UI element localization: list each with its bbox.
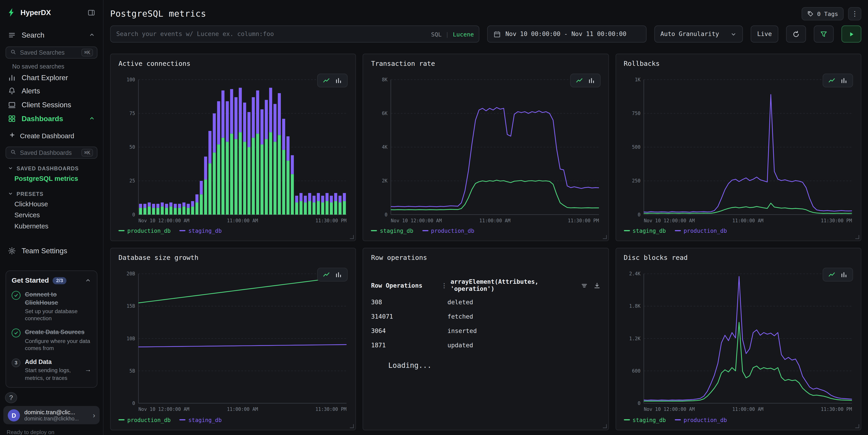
legend-label: production_db: [431, 228, 474, 234]
cell-operation: fetched: [447, 313, 473, 320]
database-size-growth-chart: 05B10B15B20BNov 10 12:00:00 AM11:00:00 A…: [119, 268, 349, 413]
bar-chart-icon[interactable]: [840, 271, 848, 278]
bar-chart-icon[interactable]: [588, 77, 595, 84]
panel-resize-handle[interactable]: [603, 424, 607, 428]
user-menu[interactable]: D dominic.tran@clic... dominic.tran@clic…: [3, 406, 100, 424]
filter-button[interactable]: [814, 26, 834, 42]
sidebar-item-client-sessions[interactable]: Client Sessions: [0, 98, 103, 111]
help-button[interactable]: ?: [5, 392, 17, 403]
svg-text:6K: 6K: [382, 111, 388, 116]
progress-badge: 2/3: [53, 277, 67, 285]
date-range-picker[interactable]: Nov 10 00:00:00 - Nov 11 00:00:00: [487, 26, 646, 42]
sidebar-item-postgresql-metrics[interactable]: PostgreSQL metrics: [0, 173, 103, 184]
check-circle-icon: [11, 329, 21, 338]
plus-icon: [9, 132, 16, 140]
panel-resize-handle[interactable]: [350, 424, 354, 428]
play-icon: [847, 30, 855, 38]
saved-dashboards-section[interactable]: SAVED DASHBOARDS: [0, 159, 103, 173]
svg-text:750: 750: [632, 111, 640, 116]
step-title: Connect to ClickHouse: [25, 291, 91, 306]
dashboard-menu-button[interactable]: ⋮: [848, 7, 861, 21]
filter-lines-icon[interactable]: [581, 282, 588, 289]
panel-title: Active connections: [119, 60, 348, 67]
column-menu-icon[interactable]: ⋮: [441, 282, 447, 289]
sidebar-item-search[interactable]: Search: [0, 28, 103, 42]
line-chart-icon[interactable]: [323, 271, 330, 278]
panel-resize-handle[interactable]: [603, 235, 607, 239]
chevron-down-icon: [8, 191, 13, 197]
line-chart-icon[interactable]: [576, 77, 583, 84]
hyperdx-logo-icon: [7, 8, 16, 17]
get-started-card: Get Started 2/3 Connect to ClickHouse Se…: [5, 271, 97, 388]
get-started-step-connect[interactable]: Connect to ClickHouse Set up your databa…: [11, 291, 91, 322]
legend-item[interactable]: staging_db: [180, 417, 222, 423]
search-icon: [10, 148, 17, 156]
chevron-down-icon: [8, 165, 13, 172]
refresh-button[interactable]: [786, 26, 806, 42]
legend-item[interactable]: production_db: [675, 228, 727, 234]
filter-icon: [820, 30, 828, 38]
legend-item[interactable]: staging_db: [371, 228, 413, 234]
legend-item[interactable]: production_db: [675, 417, 727, 423]
sidebar-collapse-icon[interactable]: [88, 9, 95, 16]
panel-resize-handle[interactable]: [350, 235, 354, 239]
legend-swatch: [675, 419, 681, 421]
get-started-step-sources[interactable]: Create Data Sources Configure where your…: [11, 328, 91, 352]
sidebar: HyperDX Search Saved Searches ⌘K No save…: [0, 0, 103, 435]
column-header-count[interactable]: Row Operations: [371, 282, 441, 289]
create-dashboard-button[interactable]: Create Dashboard: [0, 130, 103, 142]
svg-text:1.8K: 1.8K: [629, 303, 640, 309]
saved-dashboards-input[interactable]: Saved Dashboards ⌘K: [5, 146, 97, 159]
legend-item[interactable]: production_db: [119, 228, 171, 234]
legend-label: production_db: [127, 228, 171, 234]
saved-searches-input[interactable]: Saved Searches ⌘K: [5, 46, 97, 59]
sidebar-item-clickhouse[interactable]: ClickHouse: [0, 198, 103, 209]
bar-chart-icon[interactable]: [335, 271, 342, 278]
bar-chart-icon[interactable]: [840, 77, 848, 84]
legend-item[interactable]: production_db: [422, 228, 474, 234]
chart-type-toggle: [317, 268, 348, 281]
presets-section[interactable]: PRESETS: [0, 184, 103, 198]
events-search-input[interactable]: [110, 26, 479, 42]
svg-text:8K: 8K: [382, 77, 388, 82]
legend-item[interactable]: staging_db: [180, 228, 222, 234]
svg-text:500: 500: [632, 144, 640, 150]
column-header-operation[interactable]: arrayElement(Attributes, 'operation'): [451, 278, 580, 293]
lucene-mode-toggle[interactable]: Lucene: [453, 31, 474, 37]
svg-text:0: 0: [638, 212, 640, 218]
line-chart-icon[interactable]: [828, 271, 835, 278]
line-chart-icon[interactable]: [828, 77, 835, 84]
shortcut-badge: ⌘K: [82, 48, 93, 56]
svg-text:Nov 10 12:00:00 AM: Nov 10 12:00:00 AM: [644, 218, 695, 224]
legend-item[interactable]: staging_db: [624, 417, 666, 423]
disc-blocks-read-chart: 06001.2K1.8K2.4KNov 10 12:00:00 AM11:00:…: [624, 268, 854, 413]
get-started-header[interactable]: Get Started 2/3: [11, 277, 91, 285]
cell-count: 1871: [371, 342, 447, 349]
line-chart-icon[interactable]: [323, 77, 330, 84]
panel-resize-handle[interactable]: [855, 235, 859, 239]
sidebar-item-services[interactable]: Services: [0, 209, 103, 221]
panel-resize-handle[interactable]: [855, 424, 859, 428]
sql-mode-toggle[interactable]: SQL: [431, 31, 441, 37]
sidebar-item-dashboards[interactable]: Dashboards: [0, 111, 103, 125]
sidebar-item-team-settings[interactable]: Team Settings: [0, 244, 103, 257]
svg-text:11:30:00 PM: 11:30:00 PM: [315, 218, 347, 224]
tags-button[interactable]: 0 Tags: [802, 7, 844, 21]
transaction-rate-chart: 02K4K6K8KNov 10 12:00:00 AM11:00:00 AM11…: [371, 74, 601, 225]
sidebar-item-chart-explorer[interactable]: Chart Explorer: [0, 71, 103, 84]
bar-chart-icon[interactable]: [335, 77, 342, 84]
legend-item[interactable]: staging_db: [624, 228, 666, 234]
panel-database-size-growth: Database size growth 05B10B15B20BNov 10 …: [110, 248, 356, 430]
get-started-step-add-data[interactable]: 3 Add Data Start sending logs, metrics, …: [11, 358, 91, 381]
panel-title: Row operations: [371, 254, 600, 262]
table-row: 314071fetched: [371, 309, 600, 324]
legend-item[interactable]: production_db: [119, 417, 171, 423]
sidebar-item-kubernetes[interactable]: Kubernetes: [0, 221, 103, 232]
granularity-select[interactable]: Auto Granularity: [654, 26, 743, 42]
download-icon[interactable]: [593, 282, 600, 289]
sidebar-item-alerts[interactable]: Alerts: [0, 84, 103, 98]
live-button[interactable]: Live: [751, 26, 778, 42]
arrow-right-icon: →: [85, 366, 91, 373]
chart-explorer-icon: [8, 73, 16, 81]
run-query-button[interactable]: [841, 26, 861, 42]
